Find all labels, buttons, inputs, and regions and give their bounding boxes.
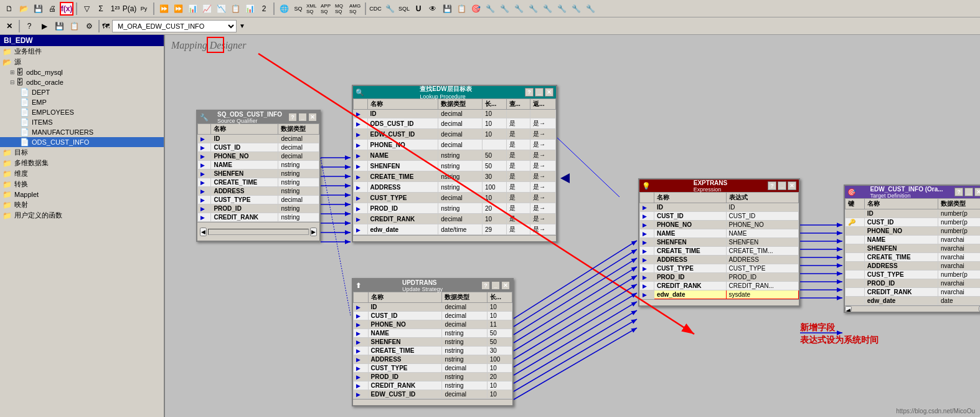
sq-minimize-btn[interactable]: _ xyxy=(298,113,307,122)
amg-btn[interactable]: AMG SQ xyxy=(349,2,362,16)
target-close-btn[interactable]: ✕ xyxy=(974,188,980,196)
expand-icon-2[interactable]: ⊞ xyxy=(10,69,15,75)
app-btn[interactable]: APP SQ xyxy=(320,2,334,16)
us-close-btn[interactable]: ✕ xyxy=(501,281,510,290)
filter-btn[interactable]: ▽ xyxy=(80,2,93,16)
exp-minimize-btn[interactable]: _ xyxy=(778,181,786,190)
tree-item-12[interactable]: 📁 维度 xyxy=(0,168,164,179)
target-help-btn[interactable]: ? xyxy=(954,188,963,196)
forward-btn[interactable]: ⏩ xyxy=(157,2,171,16)
t2-3[interactable]: 💾 xyxy=(52,19,66,33)
target-icon: 🎯 xyxy=(847,188,856,196)
table-row: CREDIT_RANK nvarchai xyxy=(846,288,981,297)
exp-hscroll[interactable] xyxy=(639,299,799,305)
prob-btn[interactable]: P(a) xyxy=(123,2,136,16)
sq-scrollbar[interactable] xyxy=(208,229,309,235)
tree-item-16[interactable]: 📁 用户定义的函数 xyxy=(0,210,164,221)
tree-item-6[interactable]: 📄 EMPLOYEES xyxy=(0,107,164,117)
lookup-hscroll[interactable] xyxy=(353,235,556,241)
tree-item-3[interactable]: ⊟ 🗄 odbc_oracle xyxy=(0,77,164,87)
sq-scroll-right[interactable]: ▶ xyxy=(310,228,317,236)
xml-btn[interactable]: XML SQ xyxy=(306,2,319,16)
chart3-btn[interactable]: 📉 xyxy=(214,2,228,16)
sq-help-btn[interactable]: ? xyxy=(288,113,297,122)
save-btn[interactable]: 💾 xyxy=(31,2,45,16)
function-btn[interactable]: f(x) xyxy=(60,2,73,16)
tree-item-14[interactable]: 📁 Mapplet xyxy=(0,189,164,199)
settings-btn[interactable]: 🔧 xyxy=(383,2,397,16)
sq-close-btn[interactable]: ✕ xyxy=(308,113,317,122)
t6-btn[interactable]: 🔧 xyxy=(555,2,568,16)
sql-btn[interactable]: SQL xyxy=(397,2,411,16)
lookup-minimize-btn[interactable]: _ xyxy=(535,88,544,97)
t3-btn[interactable]: 🔧 xyxy=(512,2,525,16)
t1-btn[interactable]: 🔧 xyxy=(483,2,497,16)
tree-item-10[interactable]: 📁 目标 xyxy=(0,147,164,158)
py-btn[interactable]: Py xyxy=(137,2,151,16)
sq-btn[interactable]: SQ xyxy=(291,2,305,16)
source-qualifier-panel: 🔧 SQ_ODS_CUST_INFO Source Qualifier ? _ … xyxy=(196,110,321,242)
tree-item-7[interactable]: 📄 ITEMS xyxy=(0,117,164,127)
new-btn[interactable]: 🗋 xyxy=(2,2,16,16)
t2-1[interactable]: ? xyxy=(22,19,36,33)
t2-5[interactable]: ⚙ xyxy=(82,19,96,33)
us-help-btn[interactable]: ? xyxy=(481,281,490,290)
chart1-btn[interactable]: 📊 xyxy=(186,2,199,16)
chart2-btn[interactable]: 📈 xyxy=(200,2,214,16)
tree-item-9[interactable]: 📄 ODS_CUST_INFO xyxy=(0,137,164,147)
tree-item-0[interactable]: 📁 业务组件 xyxy=(0,46,164,57)
target-btn[interactable]: 🎯 xyxy=(469,2,483,16)
chart5-btn[interactable]: 📊 xyxy=(243,2,257,16)
tree-item-11[interactable]: 📁 多维数据集 xyxy=(0,158,164,168)
u-btn[interactable]: U xyxy=(412,2,425,16)
mapping-combo[interactable]: M_ORA_EDW_CUST_INFO xyxy=(112,20,237,32)
tree-item-8[interactable]: 📄 MANUFACTURERS xyxy=(0,127,164,137)
tree-item-1[interactable]: 📂 源 xyxy=(0,57,164,67)
cdc-btn[interactable]: CDC xyxy=(369,2,382,16)
t8-btn[interactable]: 🔧 xyxy=(583,2,597,16)
lookup-close-btn[interactable]: ✕ xyxy=(545,88,554,97)
expand-icon-3[interactable]: ⊟ xyxy=(10,79,15,85)
t2-2[interactable]: ▶ xyxy=(37,19,51,33)
sq-scroll-left[interactable]: ◀ xyxy=(200,228,207,236)
table-icon-8: 📄 xyxy=(20,128,29,137)
target-minimize-btn[interactable]: _ xyxy=(964,188,973,196)
table-row: ▶ CUST_TYPE decimal 10 是 是→ xyxy=(354,193,556,203)
eye-btn[interactable]: 👁 xyxy=(426,2,440,16)
t7-btn[interactable]: 🔧 xyxy=(569,2,583,16)
combo-dropdown-icon[interactable]: ▼ xyxy=(239,22,245,29)
forward2-btn[interactable]: ⏩ xyxy=(171,2,185,16)
lookup-help-btn[interactable]: ? xyxy=(525,88,534,97)
print-btn[interactable]: 🖨 xyxy=(45,2,59,16)
tgt-scrollbar[interactable] xyxy=(852,306,979,312)
save2-btn[interactable]: 💾 xyxy=(440,2,454,16)
t4-btn[interactable]: 🔧 xyxy=(526,2,540,16)
tree-item-5[interactable]: 📄 EMP xyxy=(0,97,164,107)
t5-btn[interactable]: 🔧 xyxy=(540,2,554,16)
table-row: ▶ SHENFEN SHENFEN xyxy=(640,238,799,247)
copy-btn[interactable]: 📋 xyxy=(455,2,468,16)
target-panel-buttons: ? _ ✕ xyxy=(954,188,980,196)
tree-item-4[interactable]: 📄 DEPT xyxy=(0,87,164,97)
tree-label-5: EMP xyxy=(32,98,47,106)
us-hscroll[interactable] xyxy=(353,399,512,405)
exp-close-btn[interactable]: ✕ xyxy=(788,181,796,190)
sort-btn[interactable]: 1²³ xyxy=(108,2,122,16)
num-btn[interactable]: 2 xyxy=(257,2,271,16)
tree-item-15[interactable]: 📁 映射 xyxy=(0,199,164,210)
tree-item-2[interactable]: ⊞ 🗄 odbc_mysql xyxy=(0,67,164,77)
mq-btn[interactable]: MQ SQ xyxy=(334,2,348,16)
row-arrow: ▶ xyxy=(198,170,211,178)
tree-item-13[interactable]: 📁 转换 xyxy=(0,179,164,189)
tgt-scroll-left[interactable]: ◀ xyxy=(845,306,852,312)
globe-btn[interactable]: 🌐 xyxy=(277,2,291,16)
us-row-type: nstring xyxy=(442,347,487,355)
chart4-btn[interactable]: 📋 xyxy=(229,2,242,16)
us-minimize-btn[interactable]: _ xyxy=(491,281,500,290)
t2-4[interactable]: 📋 xyxy=(67,19,81,33)
t2-btn[interactable]: 🔧 xyxy=(497,2,511,16)
open-btn[interactable]: 📂 xyxy=(17,2,31,16)
close-x-btn[interactable]: ✕ xyxy=(2,19,16,33)
exp-help-btn[interactable]: ? xyxy=(768,181,776,190)
sum-btn[interactable]: Σ xyxy=(94,2,108,16)
